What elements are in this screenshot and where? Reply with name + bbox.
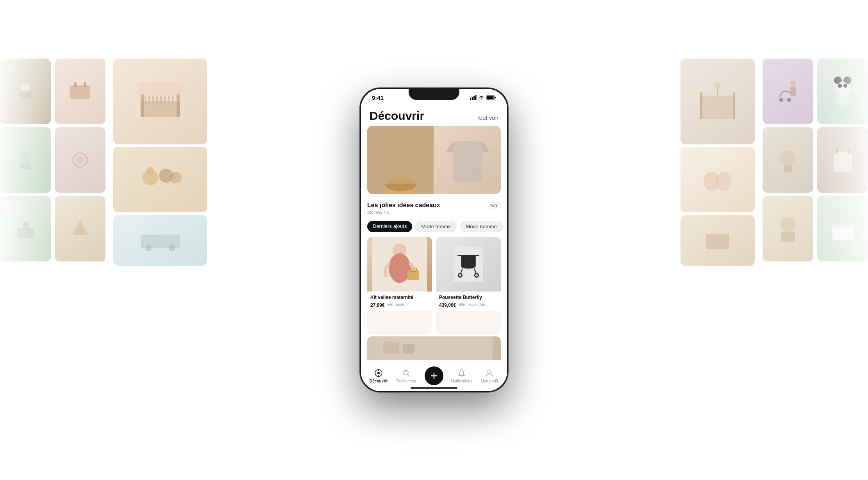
svg-rect-54 — [784, 165, 792, 172]
bg-image — [0, 59, 51, 124]
svg-rect-2 — [70, 85, 90, 99]
svg-rect-31 — [700, 96, 735, 119]
bg-image — [55, 196, 105, 261]
product-info-1: Kit valise maternité 27,99€ vertbaudet.f… — [367, 292, 432, 311]
svg-rect-56 — [832, 223, 834, 240]
svg-point-90 — [475, 274, 478, 277]
signal-icon — [470, 95, 477, 100]
svg-rect-50 — [834, 152, 852, 172]
featured-card[interactable] — [367, 126, 501, 194]
svg-point-46 — [790, 80, 796, 87]
decouvrir-icon — [374, 368, 383, 378]
svg-point-34 — [714, 83, 721, 89]
bg-image — [113, 215, 207, 266]
featured-image-right-top — [434, 126, 501, 194]
product-image-2 — [436, 237, 501, 292]
svg-rect-21 — [168, 96, 170, 103]
svg-rect-38 — [706, 234, 729, 249]
bg-image — [0, 127, 51, 193]
nav-decouvrir-label: Découvrir — [370, 379, 388, 383]
phone-mockup: 9:41 — [360, 88, 508, 392]
nav-add[interactable] — [420, 366, 448, 385]
product-card-1[interactable]: Kit valise maternité 27,99€ vertbaudet.f… — [367, 237, 432, 335]
svg-rect-93 — [403, 344, 414, 354]
product-grid: Kit valise maternité 27,99€ vertbaudet.f… — [361, 235, 507, 336]
filter-tab-homme[interactable]: Mode homme — [460, 221, 502, 232]
filter-tabs: Derniers ajouts Mode femme Mode homme — [361, 218, 507, 235]
featured-image-right — [434, 126, 501, 194]
svg-rect-52 — [848, 148, 850, 154]
status-icons — [470, 95, 496, 100]
bell-icon — [457, 368, 466, 378]
phone-frame: 9:41 — [360, 88, 508, 392]
nav-profil[interactable]: Mon profil — [475, 368, 503, 383]
filter-tab-femme[interactable]: Mode femme — [415, 221, 457, 232]
svg-rect-67 — [473, 96, 475, 100]
product-card-2[interactable]: Poussette Butterfly 439,00€ little-cecil… — [436, 237, 501, 335]
svg-rect-13 — [141, 94, 144, 117]
svg-rect-62 — [848, 224, 849, 230]
featured-image-left — [367, 126, 434, 194]
svg-point-63 — [780, 217, 796, 233]
svg-point-49 — [787, 98, 791, 102]
bg-image — [0, 196, 51, 261]
home-indicator — [411, 387, 457, 389]
product-price-2: 439,00€ — [439, 302, 456, 308]
blur-overlay-top — [0, 0, 868, 62]
svg-point-53 — [780, 150, 796, 166]
phone-screen-container: 9:41 — [361, 89, 507, 391]
svg-point-30 — [169, 245, 175, 251]
bottom-nav: Découvrir Rechercher — [361, 360, 507, 391]
listy-badge: listy — [487, 202, 501, 208]
nav-rechercher[interactable]: Rechercher — [393, 368, 420, 383]
bg-image — [817, 196, 868, 261]
svg-rect-9 — [17, 228, 34, 238]
svg-rect-3 — [74, 82, 77, 87]
filter-tab-derniers[interactable]: Derniers ajouts — [367, 221, 412, 232]
svg-point-27 — [170, 172, 182, 183]
product-partial — [367, 336, 501, 360]
svg-rect-76 — [453, 141, 482, 182]
page-title: Découvrir — [370, 109, 424, 123]
bg-image — [113, 147, 207, 212]
product-source-1: vertbaudet.fr — [387, 302, 409, 307]
bg-image — [113, 59, 207, 144]
svg-rect-59 — [838, 224, 839, 230]
add-button[interactable] — [425, 366, 443, 385]
product-name-2: Poussette Butterfly — [439, 295, 498, 301]
svg-point-1 — [18, 91, 32, 98]
svg-rect-58 — [835, 224, 836, 230]
bg-image — [680, 59, 755, 144]
status-time: 9:41 — [372, 94, 384, 101]
svg-point-100 — [488, 370, 491, 373]
svg-point-5 — [20, 152, 31, 164]
svg-rect-12 — [141, 101, 180, 117]
svg-rect-14 — [177, 94, 180, 117]
svg-rect-32 — [700, 92, 702, 119]
svg-point-43 — [838, 84, 842, 88]
svg-rect-4 — [84, 82, 86, 87]
svg-rect-6 — [20, 163, 31, 169]
nav-notifications[interactable]: Notifications — [448, 368, 475, 383]
featured-images — [367, 126, 501, 194]
bg-image — [763, 196, 813, 261]
product-source-2: little-cecile.com — [458, 302, 485, 307]
nav-profil-label: Mon profil — [481, 379, 498, 383]
svg-rect-51 — [836, 148, 838, 154]
bg-image — [763, 59, 813, 124]
svg-rect-22 — [172, 96, 173, 103]
bg-image — [55, 59, 105, 124]
svg-point-37 — [716, 172, 731, 191]
blur-overlay-bottom — [0, 418, 868, 480]
svg-rect-33 — [733, 92, 735, 119]
svg-point-48 — [779, 98, 783, 102]
svg-rect-60 — [841, 224, 843, 230]
bg-image — [817, 59, 868, 124]
svg-rect-19 — [160, 96, 162, 103]
tout-voir-link[interactable]: Tout voir — [476, 114, 498, 121]
app-screen: Découvrir Tout voir — [361, 106, 507, 391]
bg-image — [817, 127, 868, 193]
nav-decouvrir[interactable]: Découvrir — [365, 368, 393, 383]
nav-rechercher-label: Rechercher — [396, 379, 416, 383]
svg-rect-16 — [148, 96, 150, 103]
